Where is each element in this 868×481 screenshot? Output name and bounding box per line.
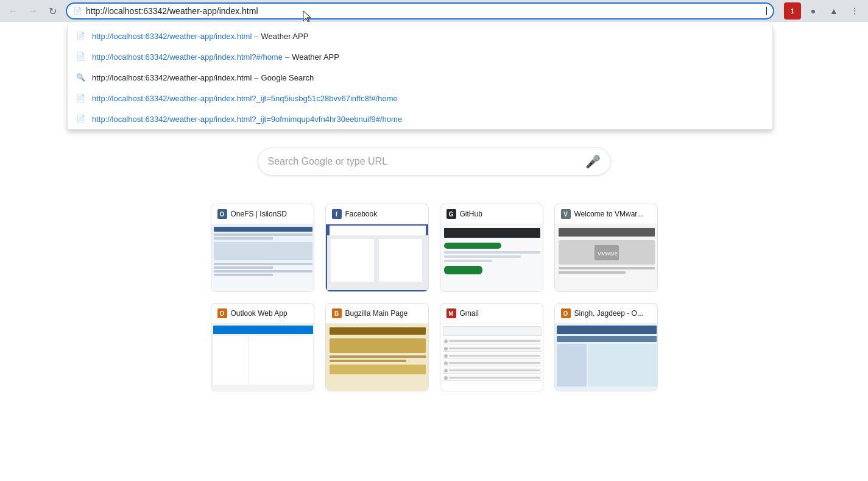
page-icon-1: 📄 xyxy=(75,30,86,41)
ac-url-5: http://localhost:63342/weather-app/index… xyxy=(92,115,402,124)
thumbnail-gmail-preview xyxy=(440,324,543,391)
address-bar-text: http://localhost:63342/weather-app/index… xyxy=(86,6,766,16)
nav-buttons: ← → ↻ xyxy=(5,2,61,20)
ac-url-4: http://localhost:63342/weather-app/index… xyxy=(92,94,398,103)
favicon-facebook: f xyxy=(332,209,342,219)
thumbnail-isilon-header: O OneFS | IsilonSD xyxy=(211,204,314,224)
favicon-isilon: O xyxy=(217,209,227,219)
extension-btn-1[interactable]: 1 xyxy=(784,2,801,20)
menu-button[interactable]: ⋮ xyxy=(846,2,863,20)
thumbnail-outlook[interactable]: O Outlook Web App xyxy=(211,303,314,391)
thumbnail-bugzilla-title: Bugzilla Main Page xyxy=(345,309,422,318)
autocomplete-item-4[interactable]: 📄 http://localhost:63342/weather-app/ind… xyxy=(68,88,772,109)
thumbnail-vmware-header: V Welcome to VMwar... xyxy=(555,204,657,224)
thumbnail-singh-preview xyxy=(555,324,658,391)
microphone-icon[interactable]: 🎤 xyxy=(585,154,601,169)
thumbnail-github[interactable]: G GitHub xyxy=(440,204,543,292)
thumbnail-outlook-title: Outlook Web App xyxy=(231,309,308,318)
svg-text:VMware: VMware xyxy=(598,251,618,257)
ac-url-1: http://localhost:63342/weather-app/index… xyxy=(92,32,252,41)
thumbnail-github-header: G GitHub xyxy=(440,204,543,224)
refresh-button[interactable]: ↻ xyxy=(44,2,61,20)
thumbnail-vmware[interactable]: V Welcome to VMwar... VMware xyxy=(554,204,658,292)
autocomplete-item-3[interactable]: 🔍 http://localhost:63342/weather-app/ind… xyxy=(68,67,772,88)
thumbnail-vmware-title: Welcome to VMwar... xyxy=(574,210,651,218)
thumbnail-bugzilla-header: B Bugzilla Main Page xyxy=(326,304,428,324)
thumbnail-facebook-title: Facebook xyxy=(345,210,422,218)
forward-button[interactable]: → xyxy=(24,2,41,20)
thumbnail-gmail[interactable]: M Gmail xyxy=(440,303,543,391)
thumbnail-isilon-title: OneFS | IsilonSD xyxy=(231,210,308,218)
favicon-bugzilla: B xyxy=(332,308,342,318)
autocomplete-item-1[interactable]: 📄 http://localhost:63342/weather-app/ind… xyxy=(68,26,772,46)
thumbnail-gmail-title: Gmail xyxy=(460,309,537,318)
thumbnail-gmail-header: M Gmail xyxy=(440,304,543,324)
favicon-gmail: M xyxy=(446,308,456,318)
search-bar-wrapper: 🎤 xyxy=(258,148,611,176)
favicon-github: G xyxy=(446,209,456,219)
search-input[interactable] xyxy=(268,156,585,167)
autocomplete-item-5[interactable]: 📄 http://localhost:63342/weather-app/ind… xyxy=(68,109,772,129)
thumbnail-github-preview xyxy=(440,224,543,291)
cursor xyxy=(766,7,767,15)
toolbar-icons: 1 ● ▲ ⋮ xyxy=(784,2,863,20)
page-icon-5: 📄 xyxy=(75,113,86,124)
extension-btn-2[interactable]: ● xyxy=(805,2,822,20)
thumbnail-github-title: GitHub xyxy=(460,210,537,218)
thumbnails-grid: O OneFS | IsilonSD f Facebook xyxy=(211,204,658,391)
page-icon-2: 📄 xyxy=(75,51,86,62)
thumbnail-facebook-preview xyxy=(326,224,429,291)
thumbnail-bugzilla[interactable]: B Bugzilla Main Page xyxy=(325,303,429,391)
favicon-vmware: V xyxy=(561,209,571,219)
ac-title-1: Weather APP xyxy=(261,32,309,41)
thumbnail-facebook-header: f Facebook xyxy=(326,204,428,224)
ac-url-2: http://localhost:63342/weather-app/index… xyxy=(92,52,283,62)
favicon-outlook: O xyxy=(217,308,227,318)
thumbnail-outlook-header: O Outlook Web App xyxy=(211,304,314,324)
thumbnail-isilon-preview xyxy=(211,224,314,291)
thumbnail-singh[interactable]: O Singh, Jagdeep - O... xyxy=(554,303,658,391)
thumbnail-singh-title: Singh, Jagdeep - O... xyxy=(574,309,651,318)
favicon-singh: O xyxy=(561,308,571,318)
page-icon: 📄 xyxy=(73,7,82,15)
back-button[interactable]: ← xyxy=(5,2,22,20)
chrome-toolbar: ← → ↻ 📄 http://localhost:63342/weather-a… xyxy=(0,0,868,22)
search-icon-3: 🔍 xyxy=(75,72,86,83)
thumbnail-isilon[interactable]: O OneFS | IsilonSD xyxy=(211,204,314,292)
extension-btn-3[interactable]: ▲ xyxy=(825,2,842,20)
page-icon-4: 📄 xyxy=(75,93,86,104)
ac-sep-1: – xyxy=(254,32,258,41)
ac-title-3: Google Search xyxy=(261,73,314,82)
ac-full-3: http://localhost:63342/weather-app/index… xyxy=(92,73,252,82)
ac-sep-2: – xyxy=(285,52,289,62)
search-bar[interactable]: 🎤 xyxy=(258,148,611,176)
thumbnail-singh-header: O Singh, Jagdeep - O... xyxy=(555,304,657,324)
thumbnail-outlook-preview xyxy=(211,324,314,391)
address-bar-container[interactable]: 📄 http://localhost:63342/weather-app/ind… xyxy=(66,2,774,20)
thumbnail-facebook[interactable]: f Facebook xyxy=(325,204,429,292)
autocomplete-dropdown: 📄 http://localhost:63342/weather-app/ind… xyxy=(67,26,773,130)
ac-title-2: Weather APP xyxy=(292,52,339,62)
autocomplete-item-2[interactable]: 📄 http://localhost:63342/weather-app/ind… xyxy=(68,46,772,67)
thumbnail-bugzilla-preview xyxy=(326,324,429,391)
ac-sep-3: – xyxy=(254,73,258,82)
thumbnail-vmware-preview: VMware xyxy=(555,224,658,291)
